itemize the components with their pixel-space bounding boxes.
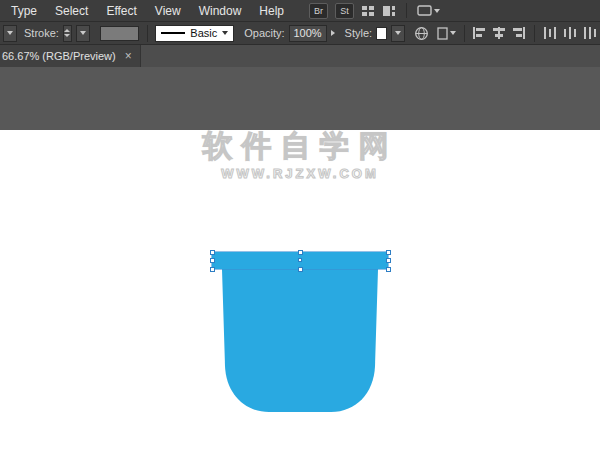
pasteboard — [0, 67, 600, 130]
menu-window[interactable]: Window — [190, 0, 251, 22]
watermark: 软件自学网 WWW.RJZXW.COM — [0, 129, 600, 182]
align-center-button[interactable] — [492, 26, 506, 40]
close-icon[interactable]: × — [125, 49, 132, 63]
graphic-style-dropdown[interactable] — [391, 25, 405, 42]
brush-stroke-preview — [161, 32, 185, 34]
bridge-icon[interactable]: Br — [309, 3, 328, 19]
stock-icon[interactable]: St — [335, 3, 354, 19]
chevron-down-icon — [80, 31, 86, 35]
stroke-weight-dropdown[interactable] — [76, 25, 90, 42]
opacity-label: Opacity: — [244, 27, 284, 39]
distribute-center-button[interactable] — [563, 26, 577, 40]
distribute-right-button[interactable] — [583, 26, 597, 40]
chevron-down-icon — [450, 31, 456, 35]
watermark-line2: WWW.RJZXW.COM — [0, 165, 600, 182]
control-divider — [464, 25, 465, 42]
selection-handle[interactable] — [210, 250, 215, 255]
selection-handle[interactable] — [210, 267, 215, 272]
control-divider — [147, 25, 148, 42]
graphic-style-swatch[interactable] — [376, 27, 387, 40]
screen-mode-icon[interactable] — [417, 5, 440, 16]
menu-divider — [406, 3, 407, 18]
document-tab-bar: 66.67% (RGB/Preview) × — [0, 45, 600, 67]
align-buttons-group — [472, 26, 526, 40]
align-left-button[interactable] — [472, 26, 486, 40]
chevron-down-icon — [7, 31, 13, 35]
align-right-button[interactable] — [512, 26, 526, 40]
control-bar: Stroke: Basic Opacity: 100% Style: — [0, 22, 600, 45]
selection-handle[interactable] — [386, 250, 391, 255]
distribute-buttons-group — [543, 26, 597, 40]
illustrator-window: Type Select Effect View Window Help Br S… — [0, 0, 600, 468]
arrange-documents-icon[interactable] — [361, 5, 375, 17]
menu-bar: Type Select Effect View Window Help Br S… — [0, 0, 600, 22]
selection-handle[interactable] — [386, 267, 391, 272]
document-tab-title: 66.67% (RGB/Preview) — [2, 50, 116, 62]
stepper-down-icon — [64, 34, 70, 37]
stroke-label: Stroke: — [24, 27, 59, 39]
selection-center-point — [298, 258, 302, 262]
menu-select[interactable]: Select — [46, 0, 97, 22]
brush-name-label: Basic — [190, 27, 217, 39]
workspace-switcher-icon[interactable] — [382, 5, 396, 17]
menu-type[interactable]: Type — [2, 0, 46, 22]
menu-effect[interactable]: Effect — [97, 0, 145, 22]
selection-handle[interactable] — [298, 267, 303, 272]
menu-bar-icons: Br St — [309, 3, 440, 19]
chevron-down-icon — [434, 9, 440, 13]
brush-definition-dropdown[interactable]: Basic — [155, 25, 234, 42]
selection-handle[interactable] — [210, 258, 215, 263]
chevron-down-icon — [222, 31, 228, 35]
stroke-weight-stepper[interactable] — [63, 25, 72, 42]
width-profile-dropdown[interactable] — [100, 26, 139, 41]
menu-view[interactable]: View — [146, 0, 190, 22]
chevron-down-icon — [395, 31, 401, 35]
canvas-area[interactable]: 软件自学网 WWW.RJZXW.COM — [0, 67, 600, 468]
opacity-value-field[interactable]: 100% — [289, 25, 327, 42]
selection-handle[interactable] — [386, 258, 391, 263]
menu-help[interactable]: Help — [250, 0, 293, 22]
style-label: Style: — [345, 27, 373, 39]
appearance-proxy-dropdown[interactable] — [3, 25, 17, 42]
bucket-body-shape[interactable] — [212, 269, 388, 414]
selection-handle[interactable] — [298, 250, 303, 255]
document-setup-button[interactable] — [437, 27, 456, 40]
document-tab[interactable]: 66.67% (RGB/Preview) × — [0, 45, 141, 67]
watermark-line1: 软件自学网 — [0, 129, 600, 163]
control-divider — [534, 25, 535, 42]
stepper-up-icon — [64, 29, 70, 32]
distribute-left-button[interactable] — [543, 26, 557, 40]
opacity-panel-arrow-icon[interactable] — [331, 30, 335, 36]
publish-online-icon[interactable] — [414, 26, 429, 41]
